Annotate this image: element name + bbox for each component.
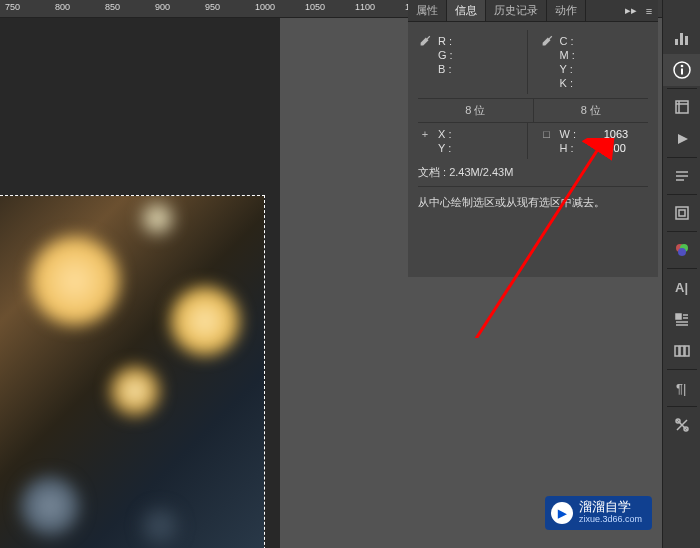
svg-rect-0 (675, 39, 678, 45)
svg-rect-16 (685, 346, 689, 356)
library-icon[interactable] (663, 197, 701, 229)
svg-rect-1 (680, 33, 683, 45)
svg-rect-5 (681, 69, 683, 75)
ruler-tick: 750 (5, 2, 20, 12)
wh-readout: W : 1063 H : 800 (560, 127, 629, 155)
tools-icon[interactable] (663, 409, 701, 441)
panel-menu-icon[interactable]: ≡ (640, 0, 658, 21)
svg-rect-13 (676, 314, 681, 319)
xy-readout: X : Y : (438, 127, 451, 155)
histogram-icon[interactable] (663, 22, 701, 54)
paragraph-style-icon[interactable] (663, 303, 701, 335)
height-value: 800 (586, 141, 626, 155)
ruler-tick: 1050 (305, 2, 325, 12)
watermark-title: 溜溜自学 (579, 499, 631, 514)
svg-rect-7 (676, 207, 688, 219)
info-panel: 属性 信息 历史记录 动作 ▸▸ ≡ R : G : B : C : M : (408, 0, 658, 277)
history-icon[interactable] (663, 91, 701, 123)
svg-point-11 (678, 248, 686, 256)
character-icon[interactable]: A| (663, 271, 701, 303)
eyedropper-icon (540, 34, 554, 50)
svg-rect-14 (675, 346, 679, 356)
svg-point-4 (680, 65, 683, 68)
brushes-icon[interactable]: ¶| (663, 372, 701, 404)
ruler-tick: 800 (55, 2, 70, 12)
ruler-tick: 900 (155, 2, 170, 12)
ruler-tick: 850 (105, 2, 120, 12)
selection-marquee-right (264, 195, 266, 548)
crosshair-icon: + (418, 127, 432, 141)
cmyk-readout: C : M : Y : K : (560, 34, 575, 90)
actions-icon[interactable] (663, 123, 701, 155)
ruler-tick: 1100 (355, 2, 375, 12)
watermark-url: zixue.3d66.com (579, 513, 642, 526)
info-icon[interactable] (663, 54, 701, 86)
svg-rect-2 (685, 36, 688, 45)
svg-text:A|: A| (675, 280, 688, 295)
glyphs-icon[interactable] (663, 335, 701, 367)
bit-depth-left: 8 位 (418, 99, 533, 122)
svg-text:¶|: ¶| (676, 381, 686, 396)
tab-properties[interactable]: 属性 (408, 0, 447, 21)
tab-info[interactable]: 信息 (447, 0, 486, 21)
dimensions-icon: □ (540, 127, 554, 141)
tab-history[interactable]: 历史记录 (486, 0, 547, 21)
svg-rect-8 (679, 210, 685, 216)
bit-depth-right: 8 位 (533, 99, 649, 122)
selection-marquee-top (0, 195, 265, 197)
document-size: 文档 : 2.43M/2.43M (418, 159, 648, 187)
svg-rect-6 (676, 101, 688, 113)
document-image[interactable] (0, 196, 264, 548)
rgb-readout: R : G : B : (438, 34, 453, 76)
panel-tabs: 属性 信息 历史记录 动作 ▸▸ ≡ (408, 0, 658, 22)
ruler-tick: 1000 (255, 2, 275, 12)
tool-hint: 从中心绘制选区或从现有选区中减去。 (418, 187, 648, 218)
swatches-icon[interactable] (663, 234, 701, 266)
eyedropper-icon (418, 34, 432, 50)
watermark: ▶ 溜溜自学 zixue.3d66.com (545, 496, 652, 530)
panel-collapse-icon[interactable]: ▸▸ (622, 0, 640, 21)
tab-actions[interactable]: 动作 (547, 0, 586, 21)
paragraph-icon[interactable] (663, 160, 701, 192)
width-value: 1063 (588, 127, 628, 141)
right-icon-rail: A| ¶| (662, 0, 700, 548)
svg-rect-15 (680, 346, 684, 356)
ruler-tick: 950 (205, 2, 220, 12)
canvas-area[interactable] (0, 18, 280, 548)
play-icon: ▶ (551, 502, 573, 524)
